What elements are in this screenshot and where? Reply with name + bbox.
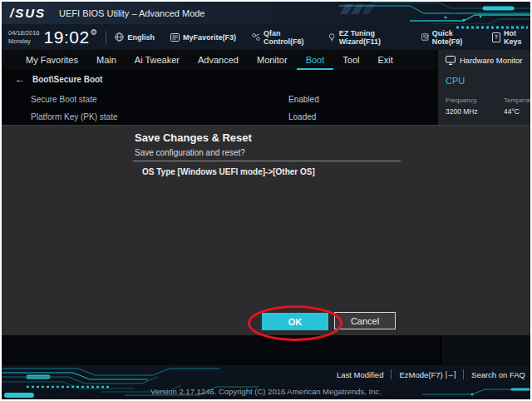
menu-item-boot[interactable]: Boot: [297, 50, 334, 70]
toolbar-items: English MyFavorite(F3) Qfan Control(F6): [115, 29, 530, 46]
setting-row-platform-key-state: Platform Key (PK) state Loaded: [2, 108, 437, 126]
ezmode-button[interactable]: EzMode(F7) |→]: [399, 370, 456, 379]
hot-keys-label: Hot Keys: [504, 29, 530, 46]
breadcrumb-path: Boot\Secure Boot: [32, 75, 102, 84]
setting-label: Platform Key (PK) state: [31, 112, 117, 121]
menu-item-my-favorites[interactable]: My Favorites: [17, 50, 87, 70]
ok-button[interactable]: OK: [262, 313, 328, 330]
time-settings-gear-icon[interactable]: ⚙: [91, 27, 98, 37]
globe-icon: [115, 32, 124, 42]
setting-value: Enabled: [288, 95, 319, 104]
dialog-change-item: OS Type [Windows UEFI mode]->[Other OS]: [142, 167, 315, 176]
note-icon: [421, 32, 429, 42]
cpu-stats: Frequency 3200 MHz Temperature 44°C: [446, 97, 530, 116]
cpu-temperature-stat: Temperature 44°C: [504, 97, 532, 116]
menu-item-tool[interactable]: Tool: [333, 50, 368, 70]
version-text: Version 2.17.1246. Copyright (C) 2016 Am…: [2, 387, 530, 396]
search-on-faq-button[interactable]: Search on FAQ: [471, 370, 525, 379]
qfan-icon: [252, 32, 260, 42]
date-label: 04/18/2016: [8, 29, 40, 37]
myfavorite-label: MyFavorite(F3): [183, 33, 236, 42]
toolbar-divider: [106, 31, 106, 44]
quick-note-button[interactable]: Quick Note(F9): [421, 29, 476, 46]
save-changes-dialog: Save Changes & Reset Save configuration …: [2, 125, 530, 335]
temperature-label: Temperature: [504, 97, 532, 104]
lower-strip-right: [441, 334, 530, 365]
circuit-decoration-top: [339, 2, 530, 24]
datetime-display: 04/18/2016 Monday 19:02 ⚙: [8, 26, 98, 48]
lower-strip: [2, 334, 530, 365]
temperature-value: 44°C: [504, 107, 532, 116]
hardware-monitor-title: Hardware Monitor: [460, 56, 523, 65]
last-modified-button[interactable]: Last Modified: [337, 370, 384, 379]
quick-toolbar: 04/18/2016 Monday 19:02 ⚙ English: [2, 24, 530, 50]
footer-bar: Last Modified EzMode(F7) |→] Search on F…: [2, 364, 530, 399]
menu-item-exit[interactable]: Exit: [368, 50, 401, 70]
dialog-message: Save configuration and reset?: [135, 148, 245, 157]
frequency-value: 3200 MHz: [446, 107, 491, 116]
lightbulb-icon: [328, 32, 335, 42]
setting-row-secure-boot-state: Secure Boot state Enabled: [2, 91, 437, 108]
language-selector[interactable]: English: [115, 32, 155, 42]
menu-item-main[interactable]: Main: [87, 50, 126, 70]
cancel-button[interactable]: Cancel: [334, 312, 396, 329]
day-label: Monday: [8, 37, 40, 46]
language-label: English: [127, 33, 155, 42]
window-title: UEFI BIOS Utility – Advanced Mode: [59, 8, 204, 18]
dialog-title: Save Changes & Reset: [135, 131, 252, 144]
footer-links: Last Modified EzMode(F7) |→] Search on F…: [337, 369, 525, 379]
setting-value: Loaded: [288, 112, 316, 121]
menu-item-ai-tweaker[interactable]: Ai Tweaker: [126, 50, 189, 70]
frequency-label: Frequency: [446, 97, 491, 104]
asus-logo: /SUS: [10, 6, 46, 20]
qfan-control-button[interactable]: Qfan Control(F6): [252, 29, 313, 46]
dialog-separator: [133, 161, 401, 161]
footer-divider: [391, 369, 392, 379]
cpu-frequency-stat: Frequency 3200 MHz: [446, 97, 491, 116]
myfavorite-icon: [170, 33, 180, 42]
qfan-label: Qfan Control(F6): [264, 29, 313, 46]
menu-item-monitor[interactable]: Monitor: [248, 50, 297, 70]
monitor-icon: [446, 56, 456, 65]
back-arrow-icon[interactable]: ←: [15, 73, 25, 85]
myfavorite-button[interactable]: MyFavorite(F3): [170, 33, 236, 42]
setting-label: Secure Boot state: [31, 95, 97, 104]
title-bar: /SUS UEFI BIOS Utility – Advanced Mode: [2, 2, 530, 24]
ez-tuning-wizard-button[interactable]: EZ Tuning Wizard(F11): [328, 29, 405, 46]
menu-item-advanced[interactable]: Advanced: [189, 50, 248, 70]
ezmode-enter-icon: |→]: [446, 370, 456, 379]
question-icon: ?: [492, 32, 500, 42]
cpu-section-label: CPU: [446, 76, 530, 86]
main-menu-bar: My Favorites Main Ai Tweaker Advanced Mo…: [2, 50, 437, 70]
hot-keys-button[interactable]: ? Hot Keys: [492, 29, 530, 46]
quick-note-label: Quick Note(F9): [432, 29, 476, 46]
hardware-monitor-header: Hardware Monitor: [446, 56, 530, 65]
time-label: 19:02: [44, 26, 90, 48]
ez-tuning-label: EZ Tuning Wizard(F11): [339, 29, 406, 46]
panel-divider-line: [440, 334, 441, 365]
dotted-line-decoration: [456, 26, 528, 29]
footer-divider: [463, 369, 464, 379]
bios-screen: /SUS UEFI BIOS Utility – Advanced Mode 0…: [0, 0, 532, 401]
ezmode-label: EzMode(F7): [399, 370, 442, 379]
breadcrumb: ← Boot\Secure Boot: [15, 73, 102, 85]
settings-list: Secure Boot state Enabled Platform Key (…: [2, 91, 437, 126]
